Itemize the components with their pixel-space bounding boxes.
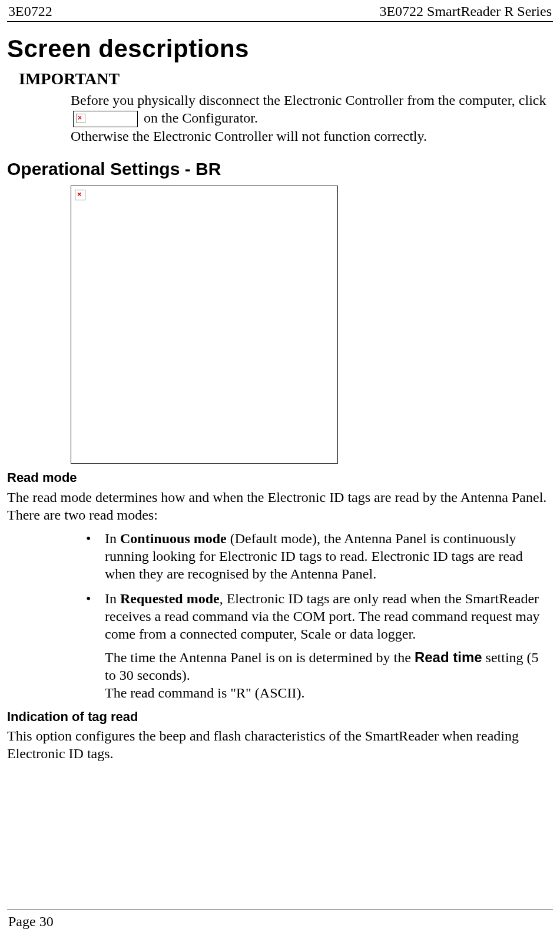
bullet2-sub1: The time the Antenna Panel is on is dete… <box>105 649 553 684</box>
important-text-post: on the Configurator. <box>144 110 258 125</box>
broken-image-icon <box>75 190 85 200</box>
subhead-indication: Indication of tag read <box>7 709 553 725</box>
indication-para: This option configures the beep and flas… <box>7 727 553 762</box>
subhead-read-mode: Read mode <box>7 470 553 486</box>
footer-rule <box>7 910 553 910</box>
bullet2-bold: Requested mode <box>120 591 220 606</box>
disconnect-button-image <box>73 111 138 127</box>
document-page: 3E0722 3E0722 SmartReader R Series Scree… <box>0 0 560 942</box>
page-content: Screen descriptions IMPORTANT Before you… <box>7 22 553 762</box>
page-footer: Page 30 <box>7 910 553 930</box>
important-text-pre: Before you physically disconnect the Ele… <box>71 92 546 108</box>
list-item: In Requested mode, Electronic ID tags ar… <box>71 590 553 702</box>
bullet1-pre: In <box>105 531 120 546</box>
section-heading-operational: Operational Settings - BR <box>7 158 553 180</box>
important-body: Before you physically disconnect the Ele… <box>71 91 551 145</box>
operational-settings-figure <box>71 186 338 464</box>
page-number: Page 30 <box>8 913 54 930</box>
list-item: In Continuous mode (Default mode), the A… <box>71 530 553 583</box>
header-right: 3E0722 SmartReader R Series <box>379 2 552 20</box>
read-mode-intro: The read mode determines how and when th… <box>7 488 553 524</box>
important-line2: Otherwise the Electronic Controller will… <box>71 128 427 144</box>
bullet1-bold: Continuous mode <box>120 531 227 546</box>
sub1-bold: Read time <box>415 649 482 665</box>
read-mode-bullets: In Continuous mode (Default mode), the A… <box>71 530 553 702</box>
important-heading: IMPORTANT <box>19 68 553 89</box>
bullet2-sub2: The read command is "R" (ASCII). <box>105 684 553 702</box>
sub1-pre: The time the Antenna Panel is on is dete… <box>105 650 415 665</box>
header-left: 3E0722 <box>8 2 52 20</box>
running-header: 3E0722 3E0722 SmartReader R Series <box>7 2 553 21</box>
broken-image-icon <box>76 114 85 123</box>
bullet2-pre: In <box>105 591 120 606</box>
page-title: Screen descriptions <box>7 34 553 65</box>
